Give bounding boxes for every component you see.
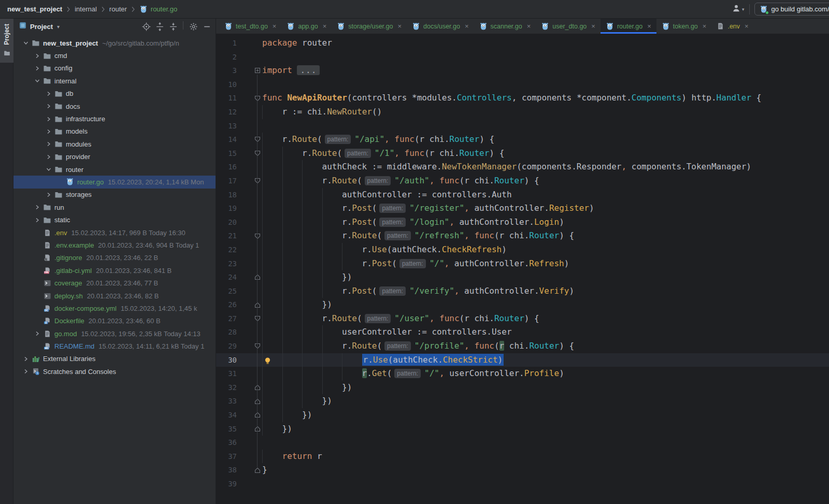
tree-item-run[interactable]: run [13, 201, 216, 213]
tree-item-.env[interactable]: .env15.02.2023, 14:17, 969 B Today 16:30 [13, 226, 216, 239]
tree-item-db[interactable]: db [13, 88, 216, 100]
collapse-all-icon[interactable] [167, 21, 179, 32]
tree-item-infrastructure[interactable]: infrastructure [13, 112, 216, 125]
tree-item-cmd[interactable]: cmd [13, 49, 216, 62]
code-line-26[interactable]: 26 }) [216, 298, 829, 312]
fold-marker-icon[interactable] [253, 381, 262, 395]
code-line-10[interactable]: 10 [216, 78, 829, 92]
tab-scanner.go[interactable]: scanner.go× [474, 19, 536, 34]
code-line-16[interactable]: 16 authCheck := middleware.NewTokenManag… [216, 160, 829, 174]
code-line-3[interactable]: 3import ... [216, 64, 829, 78]
tree-item-readme.md[interactable]: MDREADME.md15.02.2023, 14:11, 6,21 kB To… [13, 340, 216, 352]
code-line-12[interactable]: 12 r := chi.NewRouter() [216, 105, 829, 119]
tab-test-dto.go[interactable]: test_dto.go× [219, 19, 281, 34]
tab-token.go[interactable]: token.go× [656, 19, 712, 34]
chevron-right-icon[interactable] [32, 205, 42, 210]
tree-item-models[interactable]: models [13, 125, 216, 138]
code-line-32[interactable]: 32 }) [216, 381, 829, 395]
tab-close-icon[interactable]: × [591, 22, 595, 30]
code-line-31[interactable]: 31 r.Get(pattern:"/", userController.Pro… [216, 367, 829, 381]
tab-docs-user.go[interactable]: docs/user.go× [407, 19, 474, 34]
tab-user-dto.go[interactable]: user_dto.go× [536, 19, 601, 34]
tab-close-icon[interactable]: × [703, 22, 707, 30]
code-line-1[interactable]: 1package router [216, 36, 829, 50]
chevron-right-icon[interactable] [44, 192, 54, 197]
expand-all-icon[interactable] [154, 21, 165, 32]
code-line-25[interactable]: 25 r.Post(pattern:"/verify", authControl… [216, 284, 829, 298]
tab-.env[interactable]: .env× [711, 19, 753, 34]
tree-item-docker-compose.yml[interactable]: DCdocker-compose.yml15.02.2023, 14:20, 1… [13, 302, 216, 314]
tab-close-icon[interactable]: × [745, 22, 749, 30]
chevron-right-icon[interactable] [44, 141, 54, 147]
chevron-right-icon[interactable] [44, 91, 54, 96]
code-line-17[interactable]: 17 r.Route(pattern:"/auth", func(r chi.R… [216, 174, 829, 188]
fold-marker-icon[interactable] [253, 64, 262, 78]
fold-marker-icon[interactable] [253, 91, 262, 105]
tab-close-icon[interactable]: × [273, 22, 277, 30]
code-line-15[interactable]: 15 r.Route(pattern:"/1", func(r chi.Rout… [216, 147, 829, 161]
code-line-38[interactable]: 38} [216, 463, 829, 477]
hide-icon[interactable] [201, 21, 212, 32]
chevron-down-icon[interactable] [32, 78, 42, 83]
fold-marker-icon[interactable] [253, 174, 262, 188]
tree-item-modules[interactable]: modules [13, 138, 216, 150]
tree-item-.gitignore[interactable]: .gitignore20.01.2023, 23:46, 22 B [13, 252, 216, 264]
fold-marker-icon[interactable] [253, 312, 262, 326]
tab-close-icon[interactable]: × [465, 22, 469, 30]
code-line-13[interactable]: 13 [216, 119, 829, 133]
fold-marker-icon[interactable] [253, 229, 262, 243]
chevron-right-icon[interactable] [32, 218, 42, 223]
code-line-30[interactable]: 30 r.Use(authCheck.CheckStrict) [216, 353, 829, 367]
tree-item-new-test-project[interactable]: new_test_project~/go/src/gitlab.com/ptfl… [13, 37, 216, 49]
tree-item-internal[interactable]: internal [13, 75, 216, 87]
chevron-right-icon[interactable] [44, 154, 54, 160]
code-line-18[interactable]: 18 authController := controllers.Auth [216, 188, 829, 202]
tree-item-config[interactable]: config [13, 62, 216, 75]
code-line-35[interactable]: 35 }) [216, 422, 829, 436]
fold-marker-icon[interactable] [253, 394, 262, 408]
tree-item-scratches-and-consoles[interactable]: Scratches and Consoles [13, 365, 216, 378]
tree-item-docs[interactable]: docs [13, 100, 216, 112]
tree-item-dockerfile[interactable]: DDockerfile20.01.2023, 23:46, 60 B [13, 315, 216, 327]
fold-marker-icon[interactable] [253, 270, 262, 284]
fold-marker-icon[interactable] [253, 339, 262, 353]
chevron-down-icon[interactable]: ▾ [57, 24, 60, 30]
tree-item-router[interactable]: router [13, 163, 216, 176]
code-line-14[interactable]: 14 r.Route(pattern:"/api", func(r chi.Ro… [216, 133, 829, 147]
tab-close-icon[interactable]: × [323, 22, 327, 30]
tree-item-external-libraries[interactable]: External Libraries [13, 353, 216, 365]
chevron-down-icon[interactable] [44, 167, 54, 172]
tab-router.go[interactable]: router.go× [601, 19, 656, 34]
fold-marker-icon[interactable] [253, 298, 262, 312]
chevron-right-icon[interactable] [21, 356, 31, 362]
code-line-28[interactable]: 28 userController := controllers.User [216, 325, 829, 339]
fold-marker-icon[interactable] [253, 408, 262, 422]
settings-icon[interactable] [188, 21, 199, 32]
tree-item-go.mod[interactable]: go.mod15.02.2023, 19:56, 2,35 kB Today 1… [13, 327, 216, 340]
fold-marker-icon[interactable] [253, 463, 262, 477]
tab-app.go[interactable]: app.go× [281, 19, 332, 34]
chevron-right-icon[interactable] [21, 369, 31, 374]
tree-item-storages[interactable]: storages [13, 189, 216, 201]
fold-marker-icon[interactable] [253, 147, 262, 161]
breadcrumb-item[interactable]: new_test_project [7, 5, 62, 13]
code-line-20[interactable]: 20 r.Post(pattern:"/login", authControll… [216, 215, 829, 229]
code-line-23[interactable]: 23 r.Post(pattern:"/", authController.Re… [216, 257, 829, 271]
locate-icon[interactable] [140, 21, 152, 32]
code-line-22[interactable]: 22 r.Use(authCheck.CheckRefresh) [216, 243, 829, 257]
fold-marker-icon[interactable] [253, 133, 262, 147]
breadcrumb-item[interactable]: router.go [139, 5, 177, 13]
breadcrumb-item[interactable]: internal [75, 5, 97, 13]
chevron-right-icon[interactable] [32, 66, 42, 71]
fold-marker-icon[interactable] [253, 422, 262, 436]
code-line-24[interactable]: 24 }) [216, 270, 829, 284]
user-account-button[interactable]: ▾ [732, 4, 745, 15]
chevron-right-icon[interactable] [32, 331, 42, 336]
code-line-2[interactable]: 2 [216, 50, 829, 64]
code-line-29[interactable]: 29 r.Route(pattern:"/profile", func(r ch… [216, 339, 829, 353]
code-line-33[interactable]: 33 }) [216, 394, 829, 408]
code-editor[interactable]: 1package router23import ...1011func NewA… [216, 34, 829, 504]
code-line-27[interactable]: 27 r.Route(pattern:"/user", func(r chi.R… [216, 312, 829, 326]
tree-item-coverage[interactable]: coverage20.01.2023, 23:46, 77 B [13, 277, 216, 289]
code-line-21[interactable]: 21 r.Route(pattern:"/refresh", func(r ch… [216, 229, 829, 243]
